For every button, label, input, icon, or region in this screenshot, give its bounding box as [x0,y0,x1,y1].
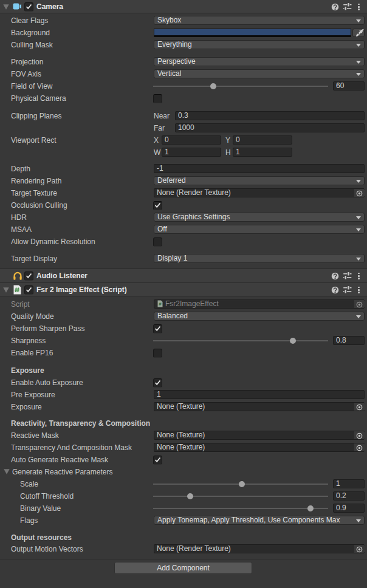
svg-text:#: # [159,301,162,307]
